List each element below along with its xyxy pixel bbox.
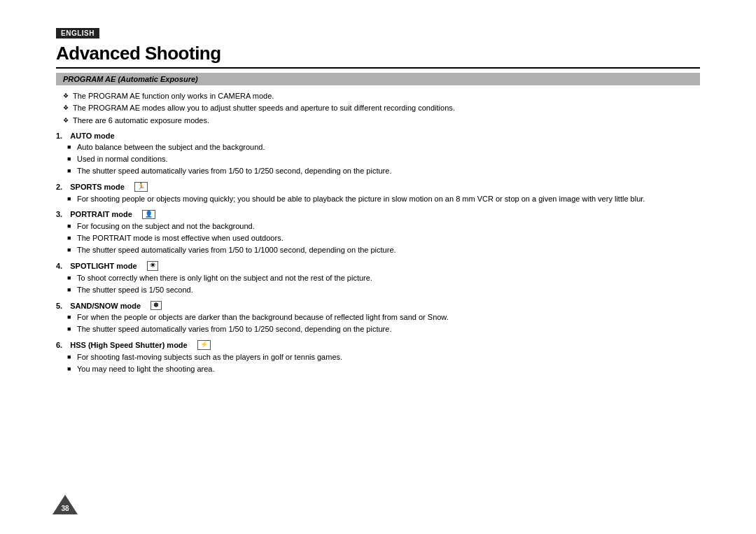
mode-sports-title: 2. SPORTS mode 🏃 <box>56 182 700 192</box>
mode-portrait: 3. PORTRAIT mode 👤 For focusing on the s… <box>56 210 700 257</box>
mode-portrait-number: 3. <box>56 210 62 218</box>
mode-portrait-bullets: For focusing on the subject and not the … <box>56 221 700 256</box>
english-badge: ENGLISH <box>56 28 99 38</box>
mode-hss-label: HSS (High Speed Shutter) mode <box>70 341 187 349</box>
mode-spotlight-bullet-2: The shutter speed is 1/50 second. <box>67 285 700 296</box>
mode-hss: 6. HSS (High Speed Shutter) mode ⚡ For s… <box>56 340 700 375</box>
page-title: Advanced Shooting <box>56 43 700 69</box>
mode-sports: 2. SPORTS mode 🏃 For shooting people or … <box>56 182 700 205</box>
mode-auto-bullet-1: Auto balance between the subject and the… <box>67 142 700 153</box>
mode-auto-bullets: Auto balance between the subject and the… <box>56 142 700 177</box>
mode-hss-title: 6. HSS (High Speed Shutter) mode ⚡ <box>56 340 700 350</box>
intro-bullets: The PROGRAM AE function only works in CA… <box>56 91 700 126</box>
mode-sandsnow: 5. SAND/SNOW mode ❄ For when the people … <box>56 301 700 336</box>
mode-auto: 1. AUTO mode Auto balance between the su… <box>56 132 700 177</box>
mode-hss-bullet-2: You may need to light the shooting area. <box>67 364 700 375</box>
mode-sports-number: 2. <box>56 183 62 191</box>
mode-portrait-bullet-3: The shutter speed automatically varies f… <box>67 245 700 256</box>
mode-spotlight-bullets: To shoot correctly when there is only li… <box>56 273 700 296</box>
mode-spotlight-number: 4. <box>56 262 62 270</box>
mode-auto-label: AUTO mode <box>70 132 114 140</box>
mode-spotlight-bullet-1: To shoot correctly when there is only li… <box>67 273 700 284</box>
page-number-container: 38 <box>52 495 78 514</box>
section-header: PROGRAM AE (Automatic Exposure) <box>56 73 700 85</box>
mode-sandsnow-icon: ❄ <box>150 301 162 311</box>
mode-portrait-bullet-1: For focusing on the subject and not the … <box>67 221 700 232</box>
mode-hss-bullet-1: For shooting fast-moving subjects such a… <box>67 352 700 363</box>
intro-bullet-2: The PROGRAM AE modes allow you to adjust… <box>63 103 700 113</box>
mode-sandsnow-number: 5. <box>56 302 62 310</box>
mode-portrait-bullet-2: The PORTRAIT mode is most effective when… <box>67 233 700 244</box>
page: ENGLISH Advanced Shooting PROGRAM AE (Au… <box>0 0 756 534</box>
mode-sandsnow-bullet-2: The shutter speed automatically varies f… <box>67 324 700 335</box>
mode-auto-number: 1. <box>56 132 62 140</box>
mode-sandsnow-label: SAND/SNOW mode <box>70 302 141 310</box>
mode-hss-number: 6. <box>56 341 62 349</box>
mode-spotlight-label: SPOTLIGHT mode <box>70 262 136 270</box>
mode-sandsnow-title: 5. SAND/SNOW mode ❄ <box>56 301 700 311</box>
mode-auto-title: 1. AUTO mode <box>56 132 700 140</box>
mode-sports-bullets: For shooting people or objects moving qu… <box>56 194 700 205</box>
mode-auto-bullet-3: The shutter speed automatically varies f… <box>67 166 700 177</box>
mode-spotlight-title: 4. SPOTLIGHT mode ☀ <box>56 261 700 271</box>
mode-auto-bullet-2: Used in normal conditions. <box>67 154 700 165</box>
mode-sports-icon: 🏃 <box>134 182 148 192</box>
page-number: 38 <box>52 505 78 512</box>
mode-portrait-label: PORTRAIT mode <box>70 210 132 218</box>
mode-hss-bullets: For shooting fast-moving subjects such a… <box>56 352 700 375</box>
mode-portrait-title: 3. PORTRAIT mode 👤 <box>56 210 700 220</box>
mode-spotlight-icon: ☀ <box>147 261 158 271</box>
mode-spotlight: 4. SPOTLIGHT mode ☀ To shoot correctly w… <box>56 261 700 296</box>
intro-bullet-3: There are 6 automatic exposure modes. <box>63 115 700 126</box>
mode-hss-icon: ⚡ <box>197 340 211 350</box>
modes-section: 1. AUTO mode Auto balance between the su… <box>56 132 700 375</box>
mode-portrait-icon: 👤 <box>142 210 155 220</box>
mode-sports-label: SPORTS mode <box>70 183 125 191</box>
mode-sports-bullet-1: For shooting people or objects moving qu… <box>67 194 700 205</box>
intro-bullet-1: The PROGRAM AE function only works in CA… <box>63 91 700 101</box>
mode-sandsnow-bullet-1: For when the people or objects are darke… <box>67 312 700 323</box>
mode-sandsnow-bullets: For when the people or objects are darke… <box>56 312 700 335</box>
